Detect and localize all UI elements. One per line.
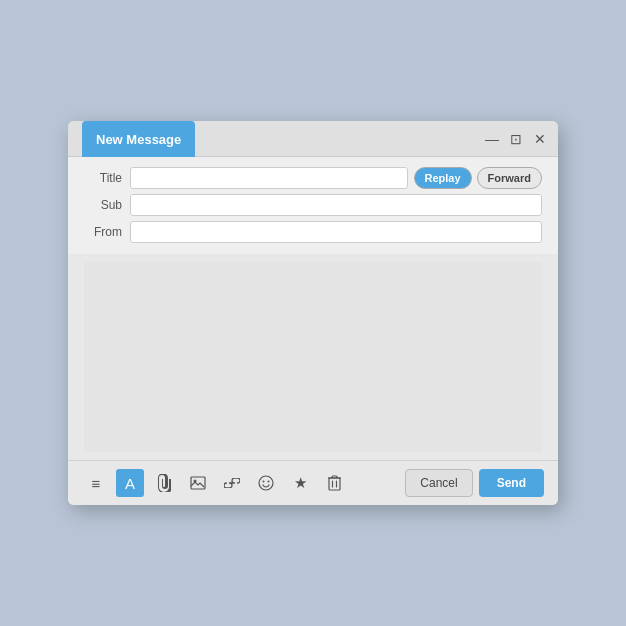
title-row: Title Replay Forward [84,167,542,189]
image-icon[interactable] [184,469,212,497]
link-icon[interactable] [218,469,246,497]
from-row: From [84,221,542,243]
attach-icon[interactable] [150,469,178,497]
window-controls: — ⊡ ✕ [484,132,548,146]
message-body[interactable] [84,262,542,452]
svg-point-4 [268,481,270,483]
svg-rect-0 [191,477,205,489]
close-button[interactable]: ✕ [532,132,548,146]
compose-window: New Message — ⊡ ✕ Title Replay Forward S… [68,121,558,505]
emoji-icon[interactable] [252,469,280,497]
sub-label: Sub [84,198,122,212]
minimize-button[interactable]: — [484,132,500,146]
menu-icon[interactable]: ≡ [82,469,110,497]
from-input[interactable] [130,221,542,243]
title-input[interactable] [130,167,408,189]
title-label: Title [84,171,122,185]
forward-button[interactable]: Forward [477,167,542,189]
sub-row: Sub [84,194,542,216]
cancel-button[interactable]: Cancel [405,469,472,497]
window-title: New Message [82,121,195,157]
delete-icon[interactable] [320,469,348,497]
send-button[interactable]: Send [479,469,544,497]
font-icon[interactable]: A [116,469,144,497]
title-bar: New Message — ⊡ ✕ [68,121,558,157]
fields-area: Title Replay Forward Sub From [68,157,558,254]
toolbar: ≡ A ★ [68,460,558,505]
maximize-button[interactable]: ⊡ [508,132,524,146]
svg-point-3 [263,481,265,483]
replay-button[interactable]: Replay [414,167,472,189]
svg-rect-5 [329,478,340,490]
title-row-buttons: Replay Forward [414,167,542,189]
from-label: From [84,225,122,239]
star-icon[interactable]: ★ [286,469,314,497]
svg-point-2 [259,476,273,490]
sub-input[interactable] [130,194,542,216]
